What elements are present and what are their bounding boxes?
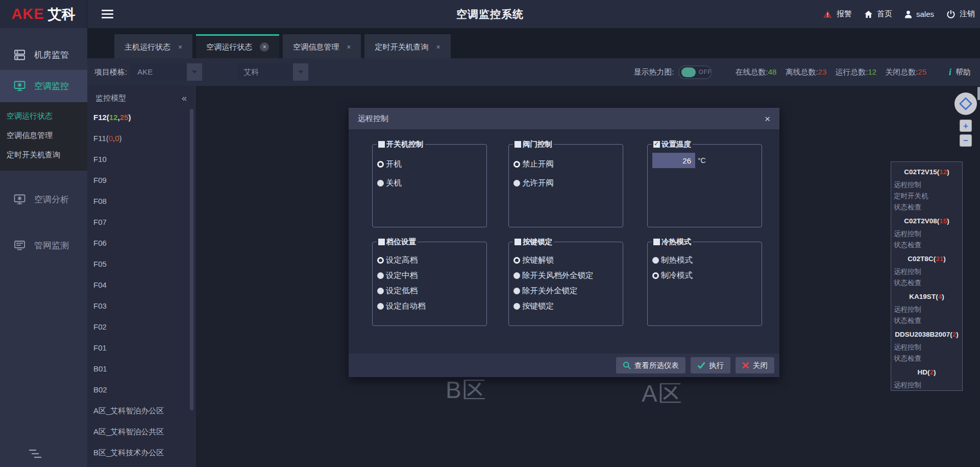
radio-icon[interactable] [513, 257, 520, 264]
group-checkbox[interactable] [514, 239, 521, 245]
model-item[interactable]: F05 [87, 253, 195, 274]
map-pan-compass[interactable] [954, 92, 977, 117]
model-item[interactable]: F02 [87, 316, 195, 337]
radio-icon[interactable] [377, 288, 384, 294]
zoom-in-button[interactable]: + [960, 120, 972, 132]
radio-icon[interactable] [377, 303, 384, 310]
radio-option[interactable]: 按键解锁 [513, 252, 623, 268]
sidebar-item-ac-analysis[interactable]: 空调分析 [0, 184, 87, 215]
group-checkbox[interactable] [653, 239, 660, 245]
model-item[interactable]: F04 [87, 274, 195, 295]
execute-button[interactable]: 执行 [691, 357, 730, 373]
sidebar-collapse-tree-icon[interactable] [29, 448, 42, 461]
nav-home-button[interactable]: 首页 [864, 9, 892, 19]
radio-icon[interactable] [377, 161, 384, 168]
model-item[interactable]: F07 [87, 212, 195, 232]
model-item[interactable]: F10 [87, 149, 195, 170]
group-legend[interactable]: 档位设置 [377, 237, 418, 247]
chevron-down-icon[interactable] [293, 63, 308, 81]
chevron-down-icon[interactable] [187, 63, 202, 81]
temperature-input[interactable] [652, 153, 695, 168]
radio-option[interactable]: 制热模式 [652, 252, 762, 268]
radio-icon[interactable] [513, 288, 520, 294]
device-action-link[interactable]: 远程控制 [891, 228, 962, 240]
model-item[interactable]: F09 [87, 170, 195, 191]
sidebar-item-ac-monitor[interactable]: 空调监控 [0, 70, 87, 102]
radio-option[interactable]: 设定高档 [377, 252, 486, 268]
device-action-link[interactable]: 远程控制 [891, 342, 962, 353]
radio-option[interactable]: 制冷模式 [652, 268, 762, 283]
device-action-link[interactable]: 远程控制 [891, 304, 962, 315]
radio-option[interactable]: 设定中档 [377, 268, 486, 283]
device-action-link[interactable]: 状态检查 [891, 240, 962, 251]
building-select[interactable]: AKE [131, 63, 202, 81]
group-legend[interactable]: 按键锁定 [513, 237, 554, 247]
model-item[interactable]: B02 [87, 379, 195, 400]
device-action-link[interactable]: 远程控制 [891, 266, 962, 277]
radio-icon[interactable] [513, 272, 520, 279]
group-legend[interactable]: 开关机控制 [377, 139, 425, 149]
sidebar-item-pipe-monitor[interactable]: 管网监测 [0, 230, 87, 261]
model-item[interactable]: A区_艾科智泊办公区 [87, 400, 195, 421]
group-checkbox[interactable] [514, 141, 521, 148]
view-selected-meters-button[interactable]: 查看所选仪表 [616, 357, 685, 373]
tab-close-icon[interactable]: × [178, 43, 182, 51]
radio-option[interactable]: 设定低档 [377, 283, 486, 298]
sidebar-item-machine-room[interactable]: 机房监管 [0, 39, 87, 70]
model-item[interactable]: F08 [87, 191, 195, 212]
tab-1[interactable]: 主机运行状态× [114, 34, 192, 58]
group-checkbox[interactable] [378, 141, 385, 148]
tab-2[interactable]: 空调运行状态× [196, 34, 279, 58]
radio-icon[interactable] [513, 161, 520, 168]
group-checkbox[interactable] [378, 239, 385, 245]
model-item[interactable]: F11(0,0) [87, 128, 195, 149]
device-action-link[interactable]: 状态检查 [891, 315, 962, 326]
help-button[interactable]: i 帮助 [949, 67, 971, 78]
radio-icon[interactable] [513, 180, 520, 186]
radio-option[interactable]: 允许开阀 [513, 174, 623, 193]
radio-icon[interactable] [513, 303, 520, 310]
radio-option[interactable]: 除开关风档外全锁定 [513, 268, 623, 283]
close-icon[interactable]: × [765, 114, 770, 124]
heatmap-toggle[interactable]: OFF [678, 65, 712, 79]
group-legend[interactable]: 阀门控制 [513, 139, 554, 149]
group-checkbox[interactable] [653, 141, 660, 148]
device-action-link[interactable]: 状态检查 [891, 202, 962, 213]
sidebar-subitem[interactable]: 空调信息管理 [0, 126, 87, 145]
radio-option[interactable]: 除开关外全锁定 [513, 283, 623, 298]
device-action-link[interactable]: 定时开关机 [891, 191, 962, 202]
model-item[interactable]: A区_艾科智泊公共区 [87, 421, 195, 442]
sidebar-subitem[interactable]: 空调运行状态 [0, 106, 87, 126]
group-legend[interactable]: 设置温度 [652, 139, 693, 149]
device-action-link[interactable]: 远程控制 [891, 179, 962, 191]
tab-3[interactable]: 空调信息管理× [283, 34, 361, 58]
model-item[interactable]: F01 [87, 337, 195, 358]
radio-option[interactable]: 关机 [377, 174, 486, 193]
nav-power-button[interactable]: 注销 [946, 9, 975, 19]
radio-icon[interactable] [377, 180, 384, 186]
model-item[interactable]: B01 [87, 358, 195, 379]
model-item[interactable]: F12(12,25) [87, 107, 195, 128]
device-action-link[interactable]: 远程控制 [891, 380, 962, 391]
model-item[interactable]: B区_艾科技术办公区 [87, 442, 195, 463]
device-action-link[interactable]: 状态检查 [891, 277, 962, 289]
radio-icon[interactable] [377, 257, 384, 264]
radio-option[interactable]: 禁止开阀 [513, 155, 623, 174]
tab-close-icon[interactable]: × [347, 43, 351, 51]
model-panel-scrollbar[interactable] [190, 109, 193, 410]
zoom-out-button[interactable]: − [960, 134, 972, 147]
collapse-panel-icon[interactable]: « [182, 93, 187, 104]
hamburger-menu-icon[interactable] [102, 10, 113, 18]
tab-close-icon[interactable]: × [260, 42, 269, 52]
block-select[interactable]: 艾科 [237, 63, 308, 81]
device-action-link[interactable]: 状态检查 [891, 353, 962, 364]
radio-option[interactable]: 按键锁定 [513, 298, 623, 314]
radio-option[interactable]: 设定自动档 [377, 298, 486, 314]
sidebar-subitem[interactable]: 定时开关机查询 [0, 145, 87, 165]
model-item[interactable]: F06 [87, 232, 195, 253]
radio-icon[interactable] [377, 272, 384, 279]
tab-4[interactable]: 定时开关机查询× [364, 34, 450, 58]
radio-icon[interactable] [652, 272, 659, 279]
nav-user-button[interactable]: sales [904, 10, 934, 18]
close-button[interactable]: 关闭 [736, 357, 774, 373]
